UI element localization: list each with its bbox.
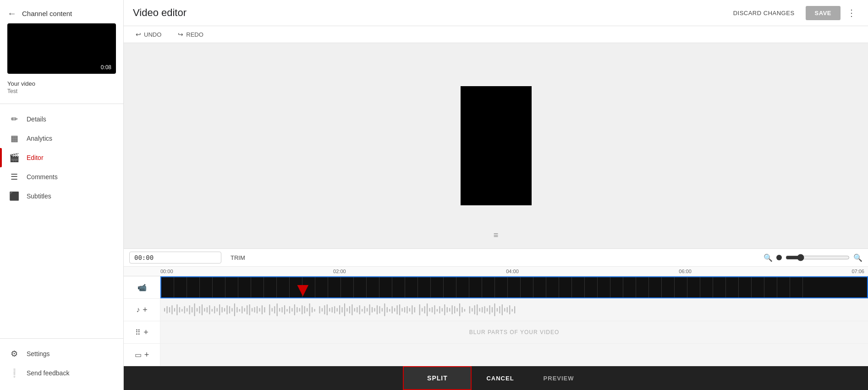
sidebar-item-label-analytics: Analytics <box>27 135 52 142</box>
video-frame <box>161 277 174 297</box>
video-frame <box>636 277 649 297</box>
svg-rect-6 <box>179 307 180 313</box>
video-frame <box>521 277 533 297</box>
add-audio-button[interactable]: + <box>143 305 148 315</box>
sidebar-item-comments[interactable]: ☰ Comments <box>0 167 123 187</box>
back-button[interactable]: ← Channel content <box>0 0 123 23</box>
split-button-wrap: SPLIT <box>403 366 472 390</box>
discard-changes-button[interactable]: DISCARD CHANGES <box>726 6 802 20</box>
zoom-in-icon[interactable]: 🔍 <box>853 253 863 262</box>
svg-rect-70 <box>344 303 345 316</box>
video-info: Your video Test <box>0 77 123 102</box>
split-button[interactable]: SPLIT <box>427 374 448 382</box>
preview-button[interactable]: PREVIEW <box>529 375 589 382</box>
save-button[interactable]: SAVE <box>806 6 841 20</box>
add-blur-button[interactable]: + <box>143 328 148 337</box>
video-frame <box>700 277 713 297</box>
svg-rect-122 <box>479 308 480 312</box>
sidebar-item-label-settings: Settings <box>27 350 50 357</box>
redo-button[interactable]: ↪ REDO <box>175 29 206 40</box>
svg-rect-10 <box>189 305 190 314</box>
svg-rect-89 <box>392 306 393 313</box>
undo-button[interactable]: ↩ UNDO <box>133 29 164 40</box>
main-content: Video editor DISCARD CHANGES SAVE ⋮ ↩ UN… <box>124 0 868 390</box>
trim-button[interactable]: TRIM <box>227 253 249 263</box>
audio-waveform: // Generate waveform bars inline (these … <box>160 299 868 321</box>
svg-rect-75 <box>357 307 357 313</box>
zoom-slider[interactable] <box>786 254 850 261</box>
sidebar-item-analytics[interactable]: ▦ Analytics <box>0 129 123 148</box>
video-frame <box>687 277 700 297</box>
sidebar: ← Channel content 0:08 Your video Test ✏… <box>0 0 124 390</box>
svg-rect-133 <box>507 307 508 313</box>
video-frame <box>405 277 418 297</box>
svg-rect-120 <box>474 305 475 314</box>
endcard-track-controls: ▭ + <box>124 344 160 366</box>
svg-rect-112 <box>452 305 453 314</box>
ruler-mark-3: 06:00 <box>679 269 692 274</box>
svg-rect-82 <box>374 308 375 312</box>
add-endcard-button[interactable]: + <box>144 350 149 360</box>
sidebar-item-settings[interactable]: ⚙ Settings <box>0 344 123 363</box>
svg-rect-84 <box>379 306 380 313</box>
svg-rect-118 <box>469 306 470 313</box>
sidebar-item-send-feedback[interactable]: ❕ Send feedback <box>0 363 123 383</box>
zoom-handle[interactable] <box>776 255 782 260</box>
cancel-button[interactable]: CANCEL <box>472 375 528 382</box>
video-track-controls: 📹 <box>124 276 160 298</box>
video-frame <box>469 277 482 297</box>
svg-rect-69 <box>341 307 342 313</box>
sidebar-item-label-subtitles: Subtitles <box>27 192 51 200</box>
svg-rect-5 <box>176 304 177 315</box>
svg-rect-110 <box>447 307 448 313</box>
video-label: Your video <box>7 80 116 87</box>
svg-rect-19 <box>212 309 213 312</box>
svg-rect-95 <box>407 306 407 313</box>
svg-rect-92 <box>399 304 400 315</box>
svg-rect-35 <box>252 308 253 312</box>
zoom-out-icon[interactable]: 🔍 <box>764 253 773 262</box>
svg-rect-71 <box>346 308 347 312</box>
svg-rect-79 <box>367 308 368 312</box>
video-frame <box>431 277 444 297</box>
video-frame <box>418 277 431 297</box>
svg-rect-23 <box>222 307 223 313</box>
svg-rect-116 <box>461 307 462 313</box>
sidebar-item-subtitles[interactable]: ⬛ Subtitles <box>0 187 123 206</box>
video-frame <box>354 277 367 297</box>
video-frame <box>341 277 354 297</box>
video-frame <box>533 277 546 297</box>
bottom-bar-content: SPLIT CANCEL PREVIEW <box>403 366 588 390</box>
timeline-tracks: ▼ 📹 <box>124 276 868 366</box>
hamburger-icon: ≡ <box>494 231 499 240</box>
video-track-content[interactable] <box>160 276 868 298</box>
video-frame <box>392 277 405 297</box>
redo-icon: ↪ <box>178 31 183 38</box>
svg-rect-40 <box>264 307 265 313</box>
more-options-button[interactable]: ⋮ <box>844 5 859 20</box>
video-frame <box>315 277 328 297</box>
svg-rect-8 <box>184 306 185 313</box>
svg-rect-83 <box>377 305 378 314</box>
svg-rect-136 <box>514 306 515 313</box>
sidebar-item-label-comments: Comments <box>27 173 58 181</box>
timecode-input[interactable] <box>129 252 221 264</box>
svg-rect-103 <box>429 308 430 312</box>
svg-rect-100 <box>422 308 423 312</box>
svg-rect-85 <box>382 308 383 312</box>
video-frame <box>610 277 623 297</box>
svg-rect-64 <box>329 308 330 312</box>
svg-rect-20 <box>214 306 215 313</box>
sidebar-item-editor[interactable]: 🎬 Editor <box>0 148 123 167</box>
svg-rect-28 <box>234 303 235 316</box>
sidebar-item-details[interactable]: ✏ Details <box>0 110 123 129</box>
svg-rect-127 <box>492 307 493 313</box>
zoom-controls: 🔍 🔍 <box>764 253 863 262</box>
svg-rect-88 <box>389 309 390 312</box>
video-frame <box>225 277 238 297</box>
preview-area: ≡ <box>124 43 868 248</box>
blur-track-controls: ⠿ + <box>124 321 160 343</box>
video-frame <box>764 277 777 297</box>
svg-rect-106 <box>437 309 438 312</box>
editor-area: ≡ TRIM 🔍 🔍 00:00 02:00 04:00 <box>124 43 868 390</box>
